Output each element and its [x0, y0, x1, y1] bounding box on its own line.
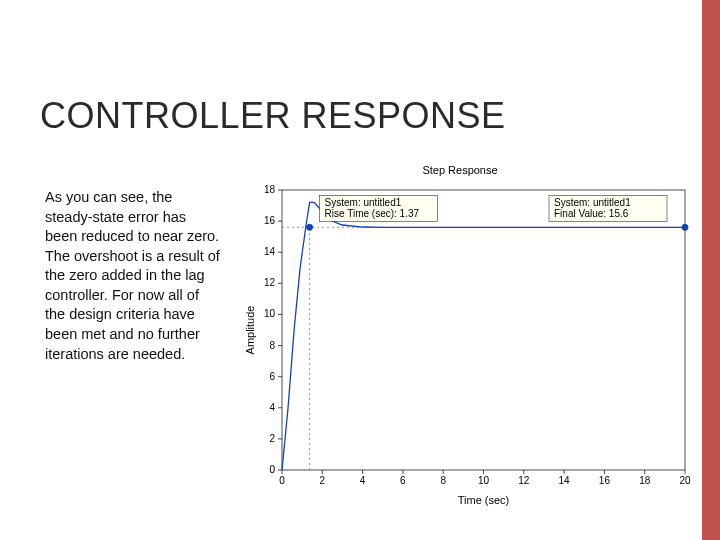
svg-text:0: 0 [269, 464, 275, 475]
svg-text:6: 6 [269, 371, 275, 382]
svg-text:Final Value: 15.6: Final Value: 15.6 [554, 208, 629, 219]
svg-text:System: untitled1: System: untitled1 [554, 197, 631, 208]
svg-text:Time (sec): Time (sec) [458, 494, 510, 506]
svg-text:Rise Time (sec): 1.37: Rise Time (sec): 1.37 [325, 208, 420, 219]
svg-text:8: 8 [269, 340, 275, 351]
chart-title: Step Response [240, 164, 680, 176]
svg-text:10: 10 [264, 308, 276, 319]
svg-text:14: 14 [264, 246, 276, 257]
svg-text:4: 4 [360, 475, 366, 486]
step-response-chart: Step Response 02468101214161820024681012… [240, 170, 695, 510]
svg-text:4: 4 [269, 402, 275, 413]
svg-text:14: 14 [559, 475, 571, 486]
svg-point-47 [307, 224, 313, 230]
svg-text:18: 18 [264, 184, 276, 195]
svg-text:System: untitled1: System: untitled1 [325, 197, 402, 208]
slide-title: CONTROLLER RESPONSE [40, 95, 506, 137]
svg-text:20: 20 [679, 475, 691, 486]
plot-area: 02468101214161820024681012141618Time (se… [244, 184, 691, 506]
svg-text:2: 2 [269, 433, 275, 444]
svg-text:12: 12 [518, 475, 530, 486]
svg-text:8: 8 [440, 475, 446, 486]
svg-point-51 [682, 224, 688, 230]
accent-bar [702, 0, 720, 540]
svg-text:0: 0 [279, 475, 285, 486]
svg-rect-0 [282, 190, 685, 470]
svg-text:Amplitude: Amplitude [244, 306, 256, 355]
body-paragraph: As you can see, the steady-state error h… [45, 188, 220, 364]
svg-text:10: 10 [478, 475, 490, 486]
svg-text:16: 16 [264, 215, 276, 226]
svg-text:2: 2 [320, 475, 326, 486]
svg-text:6: 6 [400, 475, 406, 486]
svg-text:16: 16 [599, 475, 611, 486]
slide: CONTROLLER RESPONSE As you can see, the … [0, 0, 720, 540]
svg-text:18: 18 [639, 475, 651, 486]
svg-text:12: 12 [264, 277, 276, 288]
